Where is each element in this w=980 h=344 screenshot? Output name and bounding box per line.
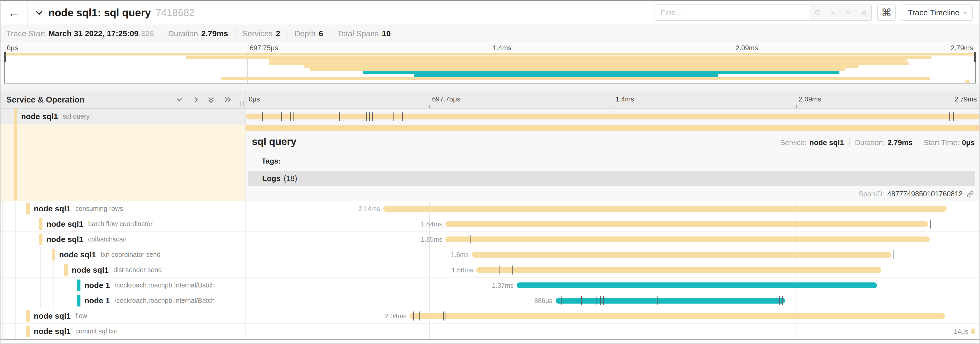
span-row[interactable]: node sql1txn coordinator send1.6ms	[0, 247, 980, 262]
log-marker-icon	[481, 266, 481, 275]
operation-name: txn coordinator send	[101, 251, 161, 258]
service-color-bar	[14, 125, 17, 201]
page-title: node sql1: sql query	[48, 7, 151, 19]
span-bar[interactable]	[445, 237, 929, 242]
collapse-all-icon[interactable]	[208, 96, 215, 103]
span-bar[interactable]	[971, 328, 975, 334]
span-tree-cell[interactable]: node sql1batch flow coordinator	[0, 216, 246, 232]
span-bar[interactable]	[383, 206, 947, 212]
back-arrow-icon: ←	[8, 6, 20, 20]
indent-guide	[2, 293, 3, 308]
collapse-chevron-icon[interactable]	[42, 252, 47, 256]
command-icon: ⌘	[881, 6, 892, 19]
collapse-chevron-icon[interactable]	[29, 237, 34, 241]
span-bar[interactable]	[445, 221, 928, 227]
minimap-span-bar	[5, 53, 975, 56]
span-bar-cell[interactable]	[246, 109, 980, 124]
span-tree-cell[interactable]: node sql1colbatchscan	[0, 232, 246, 247]
log-marker-icon	[603, 296, 604, 305]
back-button[interactable]: ←	[0, 1, 28, 24]
span-bar-cell[interactable]: 1.85ms	[246, 232, 980, 247]
span-row[interactable]: node sql1sql query	[0, 109, 980, 125]
summary-label: Trace Start	[6, 29, 45, 38]
span-tree-cell[interactable]: node sql1flow	[0, 308, 246, 323]
span-bar-cell[interactable]: 1.6ms	[246, 247, 980, 262]
span-row[interactable]: node sql1batch flow coordinator1.84ms	[0, 216, 980, 232]
span-bar[interactable]	[517, 282, 877, 288]
span-row[interactable]: node sql1flow2.04ms	[0, 308, 980, 324]
find-input[interactable]	[655, 5, 810, 20]
span-bar-cell[interactable]: 1.56ms	[246, 262, 980, 277]
span-bar[interactable]	[556, 298, 785, 304]
span-bar-cell[interactable]: 1.37ms	[246, 278, 980, 293]
collapse-one-icon[interactable]	[176, 96, 184, 103]
minimap-span-bar	[965, 80, 969, 83]
view-selector-button[interactable]: Trace Timeline	[901, 5, 973, 21]
bottom-gutter	[0, 340, 980, 344]
log-marker-icon	[512, 266, 513, 275]
log-marker-icon	[421, 112, 421, 121]
prev-match-icon[interactable]	[826, 11, 841, 14]
log-marker-icon	[250, 112, 250, 121]
summary-label: Depth	[294, 29, 315, 38]
trace-title-area: node sql1: sql query 7418682	[28, 7, 195, 19]
span-bar-cell[interactable]: 886μs	[246, 293, 980, 308]
log-marker-icon	[339, 112, 340, 121]
span-bar-cell[interactable]: 2.04ms	[246, 308, 980, 323]
span-bar[interactable]	[472, 252, 892, 258]
minimap-canvas[interactable]	[4, 52, 976, 83]
next-match-icon[interactable]	[841, 11, 856, 14]
viewport-scrubber-right[interactable]	[974, 52, 976, 62]
span-bar[interactable]	[476, 267, 881, 273]
minimap-span-bar	[269, 59, 907, 62]
start-time-label: Start Time:	[924, 138, 959, 147]
span-row[interactable]: node sql1colbatchscan1.85ms	[0, 232, 980, 247]
tags-label: Tags:	[262, 157, 281, 165]
collapse-chevron-icon[interactable]	[17, 206, 21, 211]
link-icon[interactable]	[966, 190, 974, 198]
log-marker-icon	[471, 235, 471, 244]
span-tree-cell[interactable]: node sql1sql query	[0, 109, 246, 124]
column-resize-grip[interactable]	[240, 101, 244, 107]
log-marker-icon	[581, 296, 582, 305]
expand-all-icon[interactable]	[223, 96, 231, 103]
collapse-chevron-icon[interactable]	[4, 114, 9, 118]
indent-guide	[2, 324, 3, 339]
keyboard-shortcuts-button[interactable]: ⌘	[877, 5, 896, 21]
tags-row[interactable]: Tags:	[246, 152, 980, 165]
focus-match-icon[interactable]	[810, 9, 826, 17]
operation-name: dist sender send	[113, 266, 162, 274]
span-tree-cell[interactable]: node sql1consuming rows	[0, 201, 246, 216]
ruler-tick	[613, 105, 613, 108]
span-tree-cell[interactable]: node sql1dist sender send	[0, 262, 246, 277]
span-bar[interactable]	[246, 114, 980, 119]
span-tree-cell[interactable]: node 1/cockroach.roachpb.Internal/Batch	[0, 278, 246, 293]
span-row[interactable]: node 1/cockroach.roachpb.Internal/Batch8…	[0, 293, 980, 308]
summary-value: 2.79ms	[201, 29, 228, 38]
log-marker-icon	[262, 112, 262, 121]
logs-toggle[interactable]: Logs (18)	[248, 171, 975, 186]
span-row[interactable]: node sql1dist sender send1.56ms	[0, 262, 980, 278]
span-tree-cell[interactable]: node 1/cockroach.roachpb.Internal/Batch	[0, 293, 246, 308]
span-duration-label: 2.04ms	[385, 312, 406, 320]
span-row[interactable]: node 1/cockroach.roachpb.Internal/Batch1…	[0, 278, 980, 293]
span-bar[interactable]	[410, 313, 945, 319]
summary-value: 2	[276, 29, 280, 38]
expand-one-icon[interactable]	[192, 96, 200, 103]
span-duration-label: 14μs	[954, 328, 968, 335]
span-row[interactable]: node sql1commit sql txn14μs	[0, 324, 980, 339]
viewport-scrubber-left[interactable]	[4, 52, 6, 62]
collapse-trace-chevron-icon[interactable]	[36, 8, 42, 15]
span-bar-cell[interactable]: 14μs	[246, 324, 980, 339]
span-bar-cell[interactable]: 1.84ms	[246, 216, 980, 232]
clear-find-icon[interactable]: ✕	[856, 8, 871, 18]
span-tree-cell[interactable]: node sql1commit sql txn	[0, 324, 246, 339]
app-header: ← node sql1: sql query 7418682 ✕ ⌘ Tr	[0, 1, 980, 25]
span-tree-cell[interactable]: node sql1txn coordinator send	[0, 247, 246, 262]
collapse-chevron-icon[interactable]	[54, 267, 59, 272]
span-bar-cell[interactable]: 2.14ms	[246, 201, 980, 216]
span-row[interactable]: node sql1consuming rows2.14ms	[0, 201, 980, 216]
span-id-label: SpanID:	[858, 190, 884, 198]
span-duration-label: 886μs	[534, 297, 552, 305]
minimap-span-bar	[414, 74, 718, 77]
